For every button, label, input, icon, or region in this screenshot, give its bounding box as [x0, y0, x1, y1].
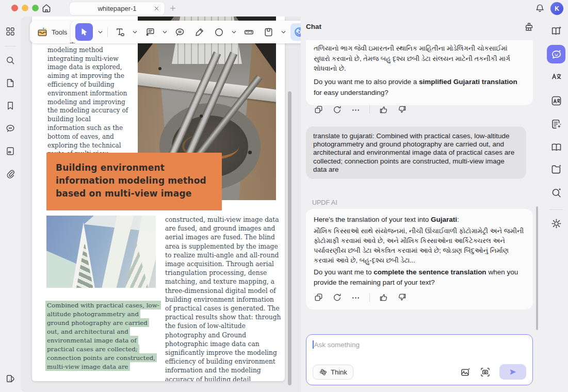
- insert-image-icon[interactable]: [460, 367, 471, 378]
- pdf-page[interactable]: Building environment information modelin…: [32, 17, 285, 381]
- highlighted-paragraph[interactable]: Combined with practical cases, low-altit…: [45, 301, 161, 371]
- ai-sender-label: UPDF AI: [312, 199, 337, 206]
- sticky-note-icon: [174, 27, 185, 38]
- close-traffic-light[interactable]: [11, 5, 18, 11]
- clear-chat-icon[interactable]: [524, 22, 534, 32]
- chat-scrollbar[interactable]: [536, 206, 538, 330]
- comments-icon[interactable]: [5, 123, 16, 134]
- measure-ruler-icon: [244, 27, 254, 38]
- text-tool[interactable]: [112, 24, 127, 40]
- left-column-text: environment information modeling method …: [47, 37, 129, 167]
- ai-search-icon[interactable]: [550, 186, 562, 199]
- screenshot-icon[interactable]: [480, 367, 491, 378]
- comment-tool[interactable]: [142, 24, 157, 40]
- text-tool-icon: [115, 27, 125, 38]
- tab-title: whitepaper-1: [98, 5, 136, 12]
- user-message: translate to gujarati: Combined with pra…: [306, 126, 526, 179]
- chat-message-list[interactable]: તળિયાનો ભાગ જેવી ઇમારતની સ્થાનિક માહિતીન…: [301, 36, 538, 331]
- tools-label: Tools: [52, 28, 67, 36]
- shape-circle-icon: [214, 27, 224, 38]
- tab-close-icon[interactable]: [153, 5, 160, 12]
- minimize-traffic-light[interactable]: [22, 5, 28, 11]
- comment-tool-icon: [144, 27, 155, 38]
- document-viewport: Building environment information modelin…: [21, 17, 301, 392]
- architecture-photo: [46, 216, 156, 288]
- ai-chat-icon[interactable]: [547, 45, 565, 63]
- ai-message-gujarati: મૌખિક કિસ્સાઓ સાથે સંયોજનમાં, નીચી ઊંચાઈ…: [314, 226, 525, 265]
- chat-input-placeholder: Ask something: [314, 341, 360, 349]
- text-tool-dropdown[interactable]: [132, 29, 138, 35]
- toolbar-divider: [107, 27, 108, 37]
- actions-divider: [369, 105, 370, 113]
- whitepaper-title: Building environment information modelin…: [46, 153, 222, 210]
- updf-ai-button[interactable]: [290, 23, 301, 41]
- text-caret: [313, 340, 314, 349]
- stamp-tool[interactable]: [261, 24, 276, 40]
- theme-palette-icon[interactable]: [5, 372, 16, 384]
- settings-gear-icon[interactable]: [550, 217, 562, 230]
- ai-sidebar: [544, 17, 568, 392]
- sidebar-divider: [549, 209, 563, 210]
- ai-chat-panel: Chat તળિયાનો ભાગ જેવી ઇમારતની સ્થાનિક મા…: [301, 17, 544, 392]
- bookmark-icon[interactable]: [5, 100, 16, 111]
- extract-page-icon[interactable]: [5, 145, 16, 157]
- ai-translate-icon[interactable]: [550, 70, 562, 83]
- document-tab[interactable]: whitepaper-1: [70, 2, 165, 15]
- thumbs-up-icon[interactable]: [379, 292, 388, 302]
- shape-circle-tool[interactable]: [211, 24, 226, 40]
- tools-button[interactable]: Tools: [30, 21, 74, 43]
- regenerate-icon[interactable]: [332, 105, 342, 115]
- page-thumbnails-icon[interactable]: [5, 77, 16, 89]
- regenerate-icon[interactable]: [332, 292, 342, 302]
- right-column-text: constructed, multi-view image data are f…: [165, 216, 282, 381]
- send-icon: [509, 368, 517, 377]
- search-icon[interactable]: [5, 55, 16, 66]
- comment-tool-dropdown[interactable]: [161, 29, 168, 35]
- copy-icon[interactable]: [314, 105, 323, 115]
- ai-folder-icon[interactable]: [550, 163, 562, 175]
- user-avatar[interactable]: K: [550, 2, 563, 15]
- window-titlebar: whitepaper-1 K: [0, 0, 568, 17]
- notification-bell-icon[interactable]: [534, 3, 545, 14]
- thumbs-up-icon[interactable]: [379, 105, 388, 115]
- stamp-tool-dropdown[interactable]: [280, 29, 286, 35]
- tools-drawer-icon: [37, 26, 48, 38]
- ai-message-gujarati: તળિયાનો ભાગ જેવી ઇમારતની સ્થાનિક માહિતીન…: [314, 43, 525, 74]
- reader-book-icon[interactable]: [550, 141, 562, 153]
- sticky-note-tool[interactable]: [172, 24, 187, 40]
- shape-tool-dropdown[interactable]: [231, 29, 237, 35]
- ai-message: Here's the translation of your text into…: [306, 209, 533, 309]
- chat-input-box[interactable]: Ask something Think: [306, 334, 533, 385]
- chat-header: Chat: [301, 17, 544, 36]
- app-grid-icon[interactable]: [5, 26, 16, 37]
- message-actions: [314, 105, 525, 115]
- measure-tool[interactable]: [241, 24, 256, 40]
- send-button[interactable]: [499, 364, 526, 380]
- cursor-select-icon: [79, 27, 89, 37]
- cursor-select-tool[interactable]: [75, 23, 93, 41]
- thumbs-down-icon[interactable]: [397, 292, 407, 302]
- message-actions: [314, 292, 525, 302]
- zoom-traffic-light[interactable]: [32, 5, 39, 11]
- copy-icon[interactable]: [314, 292, 323, 302]
- think-toggle-button[interactable]: Think: [313, 365, 353, 380]
- ai-message: તળિયાનો ભાગ જેવી ઇમારતની સ્થાનિક માહિતીન…: [306, 40, 533, 105]
- chat-panel-title: Chat: [306, 23, 321, 30]
- attachment-icon[interactable]: [5, 168, 16, 179]
- home-button[interactable]: [41, 3, 52, 14]
- more-icon[interactable]: [351, 292, 361, 302]
- ai-translate-page-icon[interactable]: [550, 94, 562, 107]
- ai-summary-icon[interactable]: [550, 118, 562, 130]
- think-label: Think: [331, 368, 347, 376]
- left-sidebar: [0, 17, 21, 392]
- ai-read-book-icon[interactable]: [550, 25, 562, 37]
- document-scrollbar[interactable]: [288, 91, 291, 385]
- more-icon[interactable]: [351, 105, 361, 115]
- highlighter-tool[interactable]: [191, 24, 207, 40]
- updf-ai-icon: [294, 26, 301, 38]
- annotation-toolbar: [71, 21, 301, 43]
- cursor-tool-dropdown[interactable]: [97, 29, 103, 35]
- stamp-icon: [263, 27, 274, 38]
- thumbs-down-icon[interactable]: [397, 105, 407, 115]
- new-tab-icon[interactable]: [169, 5, 176, 12]
